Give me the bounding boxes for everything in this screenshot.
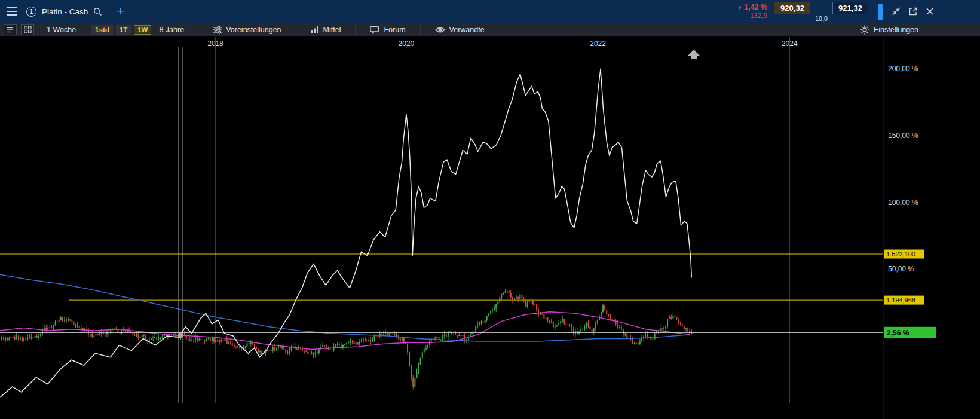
- change-absolute: 132,9: [737, 12, 767, 20]
- toolbar-item-verwandte[interactable]: Verwandte: [426, 23, 494, 37]
- ask-size: 10,0: [810, 15, 832, 22]
- price-line-badge[interactable]: 1.194,968: [884, 296, 924, 305]
- x-axis-year-label: 2022: [590, 39, 606, 48]
- toolbar-item-mittel[interactable]: Mittel: [302, 23, 350, 37]
- layout-button[interactable]: [21, 24, 34, 35]
- bar-chart-icon: [311, 26, 319, 33]
- quick-interval-1std[interactable]: 1std: [91, 25, 113, 35]
- close-icon[interactable]: [924, 5, 936, 17]
- toolbar-divider: [355, 25, 356, 35]
- chart-toolbar: 1 Woche 1std 1T 1W 8 Jahre Voreinstellun…: [0, 23, 980, 37]
- change-percent: 1,42 %: [744, 3, 767, 11]
- list-icon: [7, 26, 14, 33]
- toolbar-divider: [198, 25, 198, 35]
- scroll-home-icon[interactable]: [688, 50, 700, 59]
- y-tick-label: 100,00 %: [888, 198, 918, 207]
- ask-price[interactable]: 921,32: [832, 2, 868, 14]
- toolbar-item-label: Mittel: [323, 26, 341, 34]
- toolbar-item-label: Verwandte: [449, 26, 485, 34]
- eye-icon: [435, 26, 445, 33]
- hamburger-icon: [7, 7, 17, 16]
- price-chart[interactable]: 2018202020222024200,00 %150,00 %100,00 %…: [0, 37, 980, 419]
- window-controls: [890, 5, 936, 17]
- gear-icon: [860, 25, 869, 35]
- toolbar-item-label: Voreinstellungen: [226, 26, 281, 34]
- interval-dropdown[interactable]: 1 Woche: [47, 26, 76, 34]
- scrollbar-thumb[interactable]: [878, 4, 883, 20]
- x-axis-year-label: 2018: [207, 39, 223, 48]
- quick-interval-1t[interactable]: 1T: [116, 25, 131, 35]
- quote-change: ▼1,42 % 132,9: [737, 3, 767, 20]
- toolbar-divider: [420, 25, 421, 35]
- y-axis-labels: 200,00 %150,00 %100,00 %50,00 %: [888, 65, 918, 273]
- x-axis-year-label: 2024: [782, 39, 798, 48]
- settings-label: Einstellungen: [874, 26, 918, 34]
- x-axis-labels: 2018202020222024: [207, 39, 798, 48]
- search-icon[interactable]: [93, 7, 102, 16]
- y-tick-label: 200,00 %: [888, 65, 918, 73]
- y-tick-label: 150,00 %: [888, 131, 918, 140]
- bid-ask-cluster: 920,32 921,32 10,0: [774, 0, 868, 23]
- bid-price[interactable]: 920,32: [774, 2, 810, 14]
- cursor-lines: [178, 47, 183, 403]
- add-tab-button[interactable]: +: [117, 5, 124, 18]
- price-hlines[interactable]: [0, 254, 883, 300]
- x-axis-year-label: 2020: [399, 39, 415, 48]
- toolbar-item-label: Forum: [384, 26, 405, 34]
- performance-line: [0, 69, 691, 397]
- down-triangle-icon: ▼: [737, 5, 742, 11]
- svg-text:2,56 %: 2,56 %: [887, 329, 909, 337]
- news-list-button[interactable]: [4, 24, 17, 35]
- instrument-title: Platin - Cash: [42, 7, 88, 16]
- y-tick-label: 50,00 %: [888, 265, 914, 273]
- price-line-badge[interactable]: 1.522,100: [884, 250, 924, 259]
- toolbar-divider: [296, 25, 296, 35]
- popout-icon[interactable]: [907, 5, 919, 17]
- toolbar-item-forum[interactable]: Forum: [361, 23, 414, 37]
- layout-grid-icon: [24, 26, 32, 33]
- chart-area[interactable]: 2018202020222024200,00 %150,00 %100,00 %…: [0, 37, 980, 419]
- cursor-dot: [178, 332, 183, 338]
- settings-button[interactable]: Einstellungen: [851, 23, 927, 37]
- quick-interval-1w[interactable]: 1W: [134, 25, 151, 35]
- svg-text:1.522,100: 1.522,100: [886, 250, 915, 258]
- toolbar-item-voreinstellungen[interactable]: Voreinstellungen: [204, 23, 290, 37]
- chart-widget: 1 Platin - Cash + ▼1,42 % 132,9 920,32 9…: [0, 0, 980, 419]
- minimize-icon[interactable]: [890, 5, 902, 17]
- range-dropdown[interactable]: 8 Jahre: [159, 26, 184, 34]
- instrument-tab[interactable]: 1 Platin - Cash: [24, 0, 111, 23]
- svg-text:1.194,968: 1.194,968: [886, 296, 915, 304]
- widget-number-badge: 1: [26, 7, 36, 17]
- menu-icon[interactable]: [0, 0, 24, 23]
- speech-bubble-icon: [370, 26, 379, 34]
- current-price-badge[interactable]: 2,56 %: [884, 327, 936, 338]
- sliders-icon: [213, 26, 222, 34]
- widget-header: 1 Platin - Cash + ▼1,42 % 132,9 920,32 9…: [0, 0, 980, 23]
